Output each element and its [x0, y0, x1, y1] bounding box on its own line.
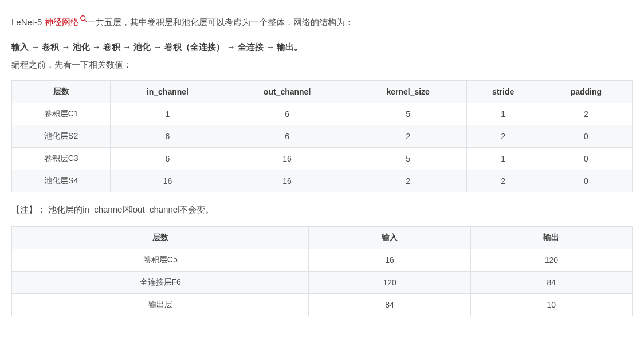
- intro-prefix: LeNet-5: [11, 17, 45, 27]
- table-header-row: 层数 输入 输出: [12, 227, 633, 249]
- cell: 卷积层C3: [12, 148, 111, 170]
- col-header: in_channel: [111, 81, 225, 103]
- table-header-row: 层数 in_channel out_channel kernel_size st…: [12, 81, 633, 103]
- col-header: padding: [540, 81, 632, 103]
- cell: 16: [225, 170, 350, 192]
- cell: 6: [111, 148, 225, 170]
- cell: 卷积层C1: [12, 103, 111, 125]
- col-header: out_channel: [225, 81, 350, 103]
- cell: 1: [466, 103, 540, 125]
- note-line: 【注】： 池化层的in_channel和out_channel不会变。: [11, 202, 633, 217]
- cell: 6: [225, 125, 350, 148]
- structure-line: 输入 → 卷积 → 池化 → 卷积 → 池化 → 卷积（全连接） → 全连接 →…: [11, 39, 633, 54]
- cell: 6: [225, 103, 350, 125]
- cell: 120: [309, 272, 470, 294]
- col-header: 层数: [12, 81, 111, 103]
- col-header: stride: [466, 81, 540, 103]
- params-table-1: 层数 in_channel out_channel kernel_size st…: [11, 80, 633, 192]
- cell: 池化层S2: [12, 125, 111, 148]
- table-row: 卷积层C5 16 120: [12, 249, 633, 272]
- nn-link[interactable]: 神经网络: [45, 17, 87, 27]
- cell: 120: [470, 249, 632, 272]
- cell: 5: [350, 148, 466, 170]
- table-row: 池化层S4 16 16 2 2 0: [12, 170, 633, 192]
- col-header: 输出: [470, 227, 632, 249]
- table-row: 卷积层C3 6 16 5 1 0: [12, 148, 633, 170]
- cell: 全连接层F6: [12, 272, 309, 294]
- cell: 2: [466, 170, 540, 192]
- cell: 2: [466, 125, 540, 148]
- cell: 0: [540, 148, 632, 170]
- cell: 卷积层C5: [12, 249, 309, 272]
- cell: 0: [540, 125, 632, 148]
- cell: 池化层S4: [12, 170, 111, 192]
- cell: 1: [111, 103, 225, 125]
- link-text: 神经网络: [45, 17, 79, 27]
- search-icon: [80, 11, 87, 27]
- cell: 84: [309, 294, 470, 316]
- cell: 16: [111, 170, 225, 192]
- pretext: 编程之前，先看一下相关数值：: [11, 57, 633, 72]
- cell: 84: [470, 272, 632, 294]
- cell: 2: [350, 170, 466, 192]
- intro-paragraph: LeNet-5 神经网络一共五层，其中卷积层和池化层可以考虑为一个整体，网络的结…: [11, 11, 633, 30]
- table-row: 卷积层C1 1 6 5 1 2: [12, 103, 633, 125]
- cell: 5: [350, 103, 466, 125]
- table-row: 池化层S2 6 6 2 2 0: [12, 125, 633, 148]
- cell: 输出层: [12, 294, 309, 316]
- col-header: kernel_size: [350, 81, 466, 103]
- table-row: 全连接层F6 120 84: [12, 272, 633, 294]
- cell: 6: [111, 125, 225, 148]
- cell: 2: [540, 103, 632, 125]
- cell: 0: [540, 170, 632, 192]
- cell: 16: [309, 249, 470, 272]
- svg-line-1: [84, 20, 86, 22]
- col-header: 输入: [309, 227, 470, 249]
- intro-suffix: 一共五层，其中卷积层和池化层可以考虑为一个整体，网络的结构为：: [87, 17, 354, 27]
- params-table-2: 层数 输入 输出 卷积层C5 16 120 全连接层F6 120 84 输出层 …: [11, 226, 633, 316]
- svg-point-0: [80, 16, 85, 21]
- col-header: 层数: [12, 227, 309, 249]
- cell: 2: [350, 125, 466, 148]
- cell: 10: [470, 294, 632, 316]
- table-row: 输出层 84 10: [12, 294, 633, 316]
- cell: 16: [225, 148, 350, 170]
- cell: 1: [466, 148, 540, 170]
